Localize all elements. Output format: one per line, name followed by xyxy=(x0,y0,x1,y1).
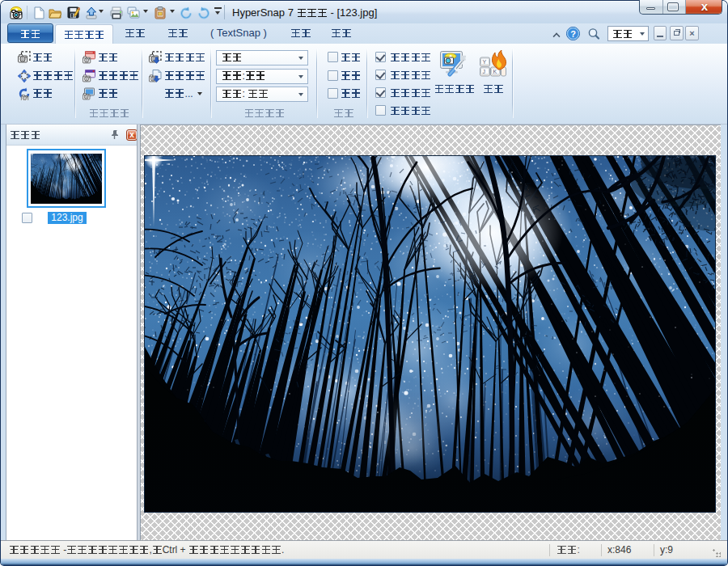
svg-text:J: J xyxy=(483,69,486,74)
svg-text:Y: Y xyxy=(483,59,487,65)
svg-text:K: K xyxy=(493,69,497,74)
svg-text:?: ? xyxy=(570,29,576,39)
